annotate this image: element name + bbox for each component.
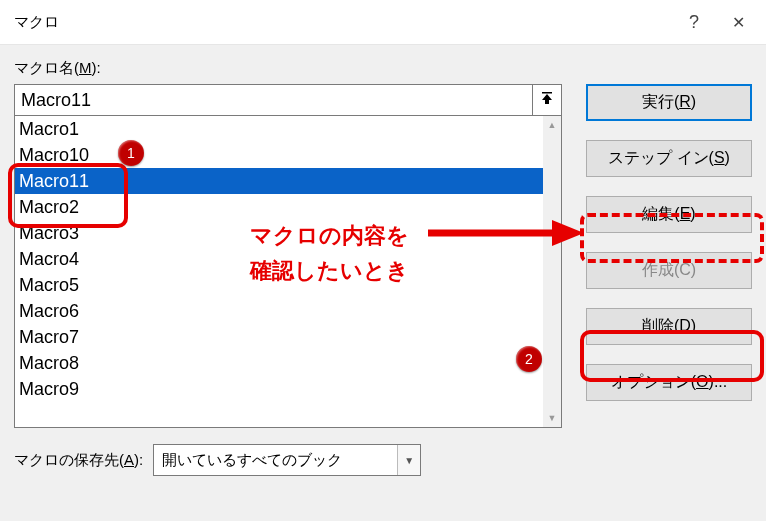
- step-in-button[interactable]: ステップ イン(S): [586, 140, 752, 177]
- list-item[interactable]: Macro3: [15, 220, 543, 246]
- chevron-down-icon: ▼: [397, 445, 420, 475]
- save-location-value: 開いているすべてのブック: [162, 451, 342, 470]
- close-button[interactable]: ✕: [716, 5, 760, 39]
- save-location-combo[interactable]: 開いているすべてのブック ▼: [153, 444, 421, 476]
- scrollbar[interactable]: ▲ ▼: [543, 116, 561, 427]
- list-item[interactable]: Macro9: [15, 376, 543, 402]
- list-item[interactable]: Macro4: [15, 246, 543, 272]
- list-item[interactable]: Macro8: [15, 350, 543, 376]
- name-goto-button[interactable]: [532, 84, 562, 116]
- help-icon: ?: [689, 12, 699, 33]
- list-item[interactable]: Macro5: [15, 272, 543, 298]
- close-icon: ✕: [732, 13, 745, 32]
- list-item[interactable]: Macro6: [15, 298, 543, 324]
- save-location-label: マクロの保存先(A):: [14, 451, 143, 470]
- macro-listbox[interactable]: Macro1Macro10Macro11Macro2Macro3Macro4Ma…: [14, 116, 562, 428]
- macro-name-label: マクロ名(M):: [14, 59, 752, 78]
- titlebar: マクロ ? ✕: [0, 0, 766, 45]
- dialog-title: マクロ: [14, 13, 672, 32]
- list-item[interactable]: Macro2: [15, 194, 543, 220]
- list-item[interactable]: Macro7: [15, 324, 543, 350]
- options-button[interactable]: オプション(O)...: [586, 364, 752, 401]
- create-button[interactable]: 作成(C): [586, 252, 752, 289]
- scroll-up-icon[interactable]: ▲: [543, 116, 561, 134]
- scroll-down-icon[interactable]: ▼: [543, 409, 561, 427]
- edit-button[interactable]: 編集(E): [586, 196, 752, 233]
- macro-name-input[interactable]: [14, 84, 532, 116]
- list-item[interactable]: Macro11: [15, 168, 543, 194]
- delete-button[interactable]: 削除(D): [586, 308, 752, 345]
- up-arrow-icon: [541, 90, 553, 111]
- run-button[interactable]: 実行(R): [586, 84, 752, 121]
- list-item[interactable]: Macro1: [15, 116, 543, 142]
- macro-dialog: マクロ ? ✕ マクロ名(M):: [0, 0, 766, 521]
- svg-rect-0: [542, 92, 552, 94]
- help-button[interactable]: ?: [672, 5, 716, 39]
- list-item[interactable]: Macro10: [15, 142, 543, 168]
